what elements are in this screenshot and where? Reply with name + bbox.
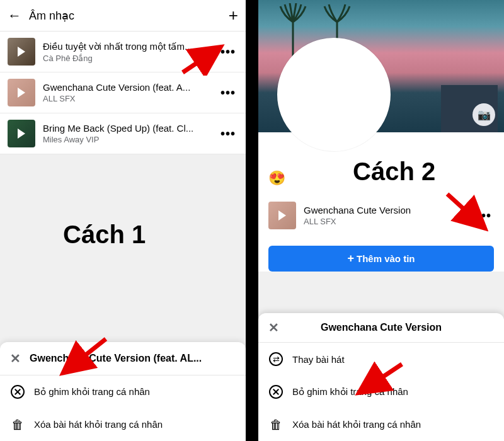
plus-icon: +: [347, 252, 354, 265]
camera-icon[interactable]: 📷: [472, 103, 495, 126]
close-icon[interactable]: ✕: [10, 351, 21, 366]
play-icon: [278, 210, 286, 220]
song-item[interactable]: Gwenchana Cute Version (feat. A... ALL S…: [0, 72, 246, 113]
delete-option[interactable]: 🗑 Xóa bài hát khỏi trang cá nhân: [258, 408, 504, 441]
song-info: Gwenchana Cute Version (feat. A... ALL S…: [43, 82, 218, 103]
add-music-icon[interactable]: +: [229, 6, 238, 25]
annotation-arrow: [57, 334, 113, 378]
back-arrow-icon[interactable]: ←: [8, 8, 21, 24]
more-options-icon[interactable]: •••: [218, 86, 238, 100]
unpin-icon: [10, 384, 25, 399]
unpin-label: Bỏ ghim khỏi trang cá nhân: [34, 386, 150, 398]
music-header: ← Âm nhạc +: [0, 0, 246, 32]
delete-option[interactable]: 🗑 Xóa bài hát khỏi trang cá nhân: [0, 408, 246, 441]
swap-icon: ⇄: [268, 352, 284, 367]
song-info: Bring Me Back (Sped Up) (feat. Cl... Mil…: [43, 123, 218, 144]
unpin-icon: [268, 384, 284, 399]
sheet-title: Gwenchana Cute Version (feat. AL...: [30, 353, 202, 364]
close-icon[interactable]: ✕: [268, 320, 279, 335]
add-to-story-button[interactable]: +Thêm vào tin: [268, 246, 494, 272]
add-story-label: Thêm vào tin: [357, 253, 415, 264]
trash-icon: 🗑: [268, 417, 284, 432]
change-label: Thay bài hát: [292, 354, 345, 365]
annotation-arrow: [176, 44, 227, 76]
song-thumbnail: [8, 120, 35, 147]
trash-icon: 🗑: [10, 417, 25, 432]
song-thumbnail: [8, 38, 35, 66]
song-thumbnail: [8, 79, 35, 106]
method2-label: Cách 2: [353, 158, 435, 186]
song-title: Bring Me Back (Sped Up) (feat. Cl...: [43, 123, 218, 134]
more-options-icon[interactable]: •••: [218, 127, 238, 141]
play-icon: [18, 129, 25, 139]
song-artist: Miles Away VIP: [43, 135, 218, 144]
left-action-sheet: ✕ Gwenchana Cute Version (feat. AL... Bỏ…: [0, 342, 246, 441]
sheet-header: ✕ Gwenchana Cute Version: [258, 313, 504, 343]
play-icon: [18, 88, 25, 98]
play-icon: [18, 47, 25, 57]
header-title: Âm nhạc: [29, 9, 229, 23]
sheet-title: Gwenchana Cute Version: [321, 322, 442, 333]
song-title: Gwenchana Cute Version (feat. A...: [43, 82, 218, 93]
delete-label: Xóa bài hát khỏi trang cá nhân: [34, 419, 163, 430]
song-artist: ALL SFX: [43, 94, 218, 103]
delete-label: Xóa bài hát khỏi trang cá nhân: [292, 419, 421, 430]
method1-label: Cách 1: [63, 220, 146, 249]
profile-avatar[interactable]: [277, 38, 391, 151]
song-thumbnail: [268, 202, 296, 229]
sheet-header: ✕ Gwenchana Cute Version (feat. AL...: [0, 342, 246, 375]
song-item[interactable]: Bring Me Back (Sped Up) (feat. Cl... Mil…: [0, 113, 246, 154]
unpin-option[interactable]: Bỏ ghim khỏi trang cá nhân: [0, 375, 246, 408]
annotation-arrow: [441, 189, 491, 233]
annotation-arrow: [353, 359, 410, 397]
